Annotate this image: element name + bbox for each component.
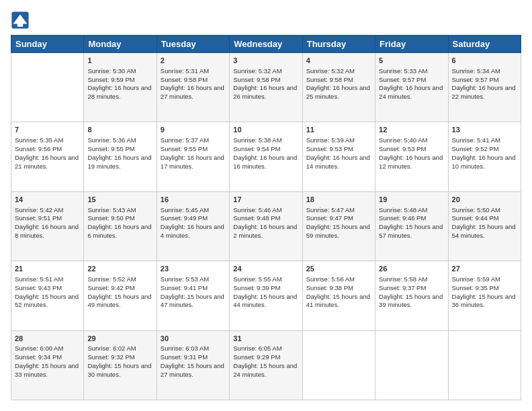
calendar-cell: 21Sunrise: 5:51 AMSunset: 9:43 PMDayligh… bbox=[11, 261, 84, 330]
calendar-week-4: 21Sunrise: 5:51 AMSunset: 9:43 PMDayligh… bbox=[11, 261, 521, 330]
day-info-line: Sunset: 9:43 PM bbox=[15, 284, 80, 293]
day-info-line: Sunset: 9:32 PM bbox=[87, 353, 152, 362]
day-info-line: Sunset: 9:31 PM bbox=[161, 353, 226, 362]
day-number: 20 bbox=[452, 195, 517, 205]
calendar-week-5: 28Sunrise: 6:00 AMSunset: 9:34 PMDayligh… bbox=[11, 330, 521, 400]
column-header-thursday: Thursday bbox=[302, 36, 375, 53]
day-info-line: Daylight: 15 hours and 33 minutes. bbox=[15, 362, 80, 379]
day-number: 17 bbox=[233, 195, 298, 205]
calendar-cell: 11Sunrise: 5:39 AMSunset: 9:53 PMDayligh… bbox=[302, 122, 375, 191]
day-info-line: Sunset: 9:49 PM bbox=[161, 214, 226, 223]
day-number: 1 bbox=[87, 56, 152, 66]
day-number: 29 bbox=[87, 334, 152, 344]
calendar-header-row: SundayMondayTuesdayWednesdayThursdayFrid… bbox=[11, 36, 521, 53]
day-info-line: Daylight: 15 hours and 36 minutes. bbox=[452, 293, 517, 310]
day-info-line: Sunrise: 5:55 AM bbox=[233, 275, 298, 284]
day-number: 25 bbox=[306, 264, 371, 274]
day-number: 22 bbox=[87, 264, 152, 274]
day-info-line: Sunrise: 5:46 AM bbox=[233, 206, 298, 215]
day-info-line: Sunset: 9:57 PM bbox=[379, 76, 444, 85]
day-info-line: Sunrise: 5:50 AM bbox=[452, 206, 517, 215]
day-info-line: Sunrise: 5:48 AM bbox=[379, 206, 444, 215]
day-info-line: Sunrise: 5:39 AM bbox=[306, 136, 371, 145]
column-header-friday: Friday bbox=[375, 36, 448, 53]
day-info-line: Daylight: 15 hours and 52 minutes. bbox=[15, 293, 80, 310]
day-info-line: Daylight: 16 hours and 10 minutes. bbox=[452, 154, 517, 171]
day-info-line: Sunset: 9:58 PM bbox=[306, 76, 371, 85]
day-info-line: Daylight: 16 hours and 14 minutes. bbox=[306, 154, 371, 171]
calendar-cell: 18Sunrise: 5:47 AMSunset: 9:47 PMDayligh… bbox=[302, 191, 375, 261]
day-info-line: Daylight: 15 hours and 49 minutes. bbox=[87, 293, 152, 310]
day-info-line: Sunset: 9:50 PM bbox=[87, 214, 152, 223]
day-info-line: Sunrise: 5:40 AM bbox=[379, 136, 444, 145]
calendar-table: SundayMondayTuesdayWednesdayThursdayFrid… bbox=[11, 35, 521, 400]
calendar-cell bbox=[375, 330, 448, 400]
page: SundayMondayTuesdayWednesdayThursdayFrid… bbox=[0, 0, 532, 411]
day-info-line: Sunrise: 5:58 AM bbox=[379, 275, 444, 284]
calendar-cell: 24Sunrise: 5:55 AMSunset: 9:39 PMDayligh… bbox=[230, 261, 302, 330]
day-number: 21 bbox=[15, 264, 80, 274]
day-info-line: Sunset: 9:51 PM bbox=[15, 214, 80, 223]
day-info-line: Daylight: 16 hours and 24 minutes. bbox=[379, 84, 444, 101]
day-info-line: Sunrise: 5:33 AM bbox=[379, 67, 444, 76]
day-number: 9 bbox=[161, 125, 226, 135]
day-number: 6 bbox=[452, 56, 517, 66]
day-info-line: Daylight: 15 hours and 54 minutes. bbox=[452, 223, 517, 240]
day-number: 16 bbox=[161, 195, 226, 205]
column-header-tuesday: Tuesday bbox=[157, 36, 229, 53]
day-info-line: Daylight: 16 hours and 12 minutes. bbox=[379, 154, 444, 171]
column-header-monday: Monday bbox=[84, 36, 157, 53]
day-info-line: Sunrise: 5:42 AM bbox=[15, 206, 80, 215]
day-info-line: Daylight: 16 hours and 16 minutes. bbox=[233, 154, 298, 171]
day-info-line: Daylight: 15 hours and 57 minutes. bbox=[379, 223, 444, 240]
calendar-cell: 2Sunrise: 5:31 AMSunset: 9:58 PMDaylight… bbox=[157, 53, 229, 122]
logo-icon bbox=[11, 11, 30, 30]
calendar-cell: 13Sunrise: 5:41 AMSunset: 9:52 PMDayligh… bbox=[448, 122, 521, 191]
day-number: 27 bbox=[452, 264, 517, 274]
day-info-line: Sunrise: 5:41 AM bbox=[452, 136, 517, 145]
day-info-line: Sunset: 9:57 PM bbox=[452, 76, 517, 85]
day-info-line: Daylight: 16 hours and 28 minutes. bbox=[87, 84, 152, 101]
calendar-cell: 9Sunrise: 5:37 AMSunset: 9:55 PMDaylight… bbox=[157, 122, 229, 191]
day-info-line: Sunrise: 5:53 AM bbox=[161, 275, 226, 284]
day-number: 31 bbox=[233, 334, 298, 344]
day-info-line: Sunset: 9:48 PM bbox=[233, 214, 298, 223]
day-info-line: Sunset: 9:34 PM bbox=[15, 353, 80, 362]
column-header-saturday: Saturday bbox=[448, 36, 521, 53]
day-number: 18 bbox=[306, 195, 371, 205]
day-number: 15 bbox=[87, 195, 152, 205]
day-info-line: Sunset: 9:39 PM bbox=[233, 284, 298, 293]
day-info-line: Sunrise: 5:56 AM bbox=[306, 275, 371, 284]
calendar-cell: 16Sunrise: 5:45 AMSunset: 9:49 PMDayligh… bbox=[157, 191, 229, 261]
day-info-line: Sunset: 9:37 PM bbox=[379, 284, 444, 293]
calendar-cell: 23Sunrise: 5:53 AMSunset: 9:41 PMDayligh… bbox=[157, 261, 229, 330]
day-info-line: Daylight: 15 hours and 44 minutes. bbox=[233, 293, 298, 310]
day-info-line: Sunset: 9:58 PM bbox=[161, 76, 226, 85]
day-info-line: Sunset: 9:47 PM bbox=[306, 214, 371, 223]
calendar-cell: 8Sunrise: 5:36 AMSunset: 9:55 PMDaylight… bbox=[84, 122, 157, 191]
day-info-line: Sunrise: 5:43 AM bbox=[87, 206, 152, 215]
day-info-line: Daylight: 16 hours and 21 minutes. bbox=[15, 154, 80, 171]
day-info-line: Daylight: 16 hours and 26 minutes. bbox=[233, 84, 298, 101]
column-header-wednesday: Wednesday bbox=[230, 36, 302, 53]
day-info-line: Sunrise: 5:47 AM bbox=[306, 206, 371, 215]
day-info-line: Sunset: 9:46 PM bbox=[379, 214, 444, 223]
calendar-cell bbox=[11, 53, 84, 122]
calendar-cell: 5Sunrise: 5:33 AMSunset: 9:57 PMDaylight… bbox=[375, 53, 448, 122]
calendar-cell: 28Sunrise: 6:00 AMSunset: 9:34 PMDayligh… bbox=[11, 330, 84, 400]
calendar-cell: 14Sunrise: 5:42 AMSunset: 9:51 PMDayligh… bbox=[11, 191, 84, 261]
day-info-line: Sunrise: 5:38 AM bbox=[233, 136, 298, 145]
day-info-line: Daylight: 16 hours and 22 minutes. bbox=[452, 84, 517, 101]
day-number: 2 bbox=[161, 56, 226, 66]
day-info-line: Sunset: 9:52 PM bbox=[452, 145, 517, 154]
calendar-cell bbox=[448, 330, 521, 400]
calendar-cell: 15Sunrise: 5:43 AMSunset: 9:50 PMDayligh… bbox=[84, 191, 157, 261]
day-info-line: Sunrise: 5:52 AM bbox=[87, 275, 152, 284]
day-number: 30 bbox=[161, 334, 226, 344]
day-info-line: Sunrise: 6:03 AM bbox=[161, 345, 226, 353]
day-number: 26 bbox=[379, 264, 444, 274]
day-info-line: Sunrise: 5:59 AM bbox=[452, 275, 517, 284]
day-number: 3 bbox=[233, 56, 298, 66]
day-info-line: Sunset: 9:29 PM bbox=[233, 353, 298, 362]
calendar-cell: 12Sunrise: 5:40 AMSunset: 9:53 PMDayligh… bbox=[375, 122, 448, 191]
